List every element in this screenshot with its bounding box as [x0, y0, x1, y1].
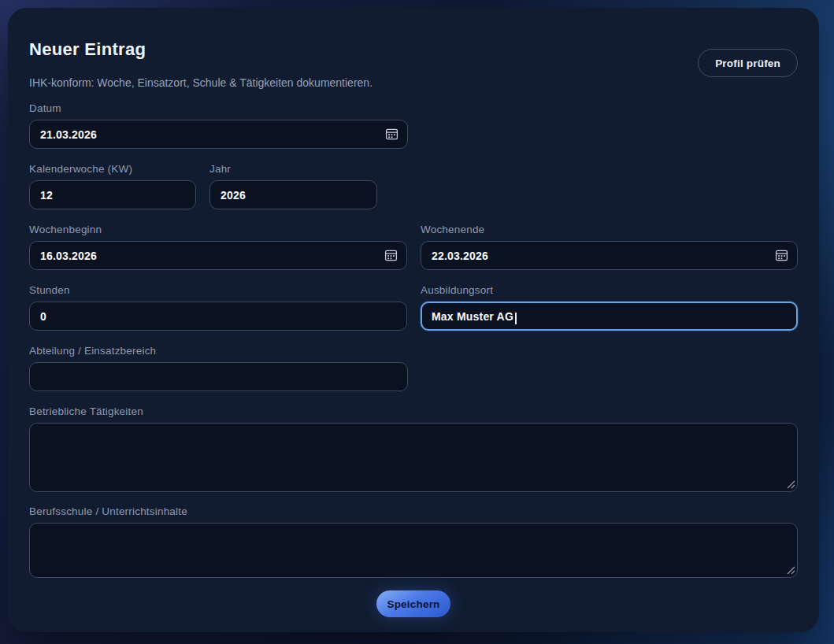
wochenbeginn-input[interactable]: [29, 241, 407, 270]
abteilung-input[interactable]: [29, 362, 408, 391]
wochenende-input[interactable]: [421, 241, 798, 270]
stunden-label: Stunden: [29, 284, 407, 297]
resize-grip-icon[interactable]: [787, 480, 795, 489]
datum-label: Datum: [29, 102, 408, 115]
wochenbeginn-label: Wochenbeginn: [29, 224, 407, 236]
card-header: Neuer Eintrag IHK-konform: Woche, Einsat…: [29, 39, 798, 90]
jahr-field: Jahr: [209, 163, 377, 209]
calendar-icon[interactable]: [775, 249, 788, 262]
profil-pruefen-button[interactable]: Profil prüfen: [698, 49, 798, 77]
kalenderwoche-label: Kalenderwoche (KW): [29, 163, 196, 176]
ausbildungsort-field: Ausbildungsort Max Muster AG: [421, 284, 798, 331]
ausbildungsort-input[interactable]: Max Muster AG: [421, 302, 798, 331]
taetigkeiten-field: Betriebliche Tätigkeiten: [29, 405, 798, 492]
header-text: Neuer Eintrag IHK-konform: Woche, Einsat…: [29, 39, 373, 90]
berufsschule-field: Berufsschule / Unterrichtsinhalte: [29, 505, 798, 578]
datum-input[interactable]: [29, 120, 408, 149]
berufsschule-textarea[interactable]: [29, 523, 798, 578]
abteilung-field: Abteilung / Einsatzbereich: [29, 345, 408, 391]
datum-field: Datum: [29, 102, 408, 149]
kalenderwoche-field: Kalenderwoche (KW): [29, 163, 196, 209]
berufsschule-label: Berufsschule / Unterrichtsinhalte: [29, 505, 798, 518]
betriebliche-taetigkeiten-textarea[interactable]: [29, 423, 798, 492]
calendar-icon[interactable]: [384, 249, 398, 262]
calendar-icon[interactable]: [385, 128, 398, 141]
taetigkeiten-label: Betriebliche Tätigkeiten: [29, 405, 798, 418]
ausbildungsort-value: Max Muster AG: [432, 310, 513, 323]
wochenende-label: Wochenende: [421, 224, 798, 236]
text-caret: [515, 313, 517, 324]
page-subtitle: IHK-konform: Woche, Einsatzort, Schule &…: [29, 76, 373, 90]
new-entry-card: Neuer Eintrag IHK-konform: Woche, Einsat…: [8, 8, 819, 632]
stunden-input[interactable]: [29, 302, 407, 331]
kalenderwoche-input[interactable]: [29, 180, 196, 209]
stunden-field: Stunden: [29, 284, 407, 331]
resize-grip-icon[interactable]: [787, 566, 795, 575]
page-title: Neuer Eintrag: [29, 39, 373, 60]
wochenbeginn-field: Wochenbeginn: [29, 224, 407, 270]
jahr-label: Jahr: [209, 163, 377, 176]
jahr-input[interactable]: [209, 180, 377, 209]
wochenende-field: Wochenende: [421, 224, 798, 270]
abteilung-label: Abteilung / Einsatzbereich: [29, 345, 408, 357]
speichern-button[interactable]: Speichern: [376, 590, 450, 617]
ausbildungsort-label: Ausbildungsort: [421, 284, 798, 297]
